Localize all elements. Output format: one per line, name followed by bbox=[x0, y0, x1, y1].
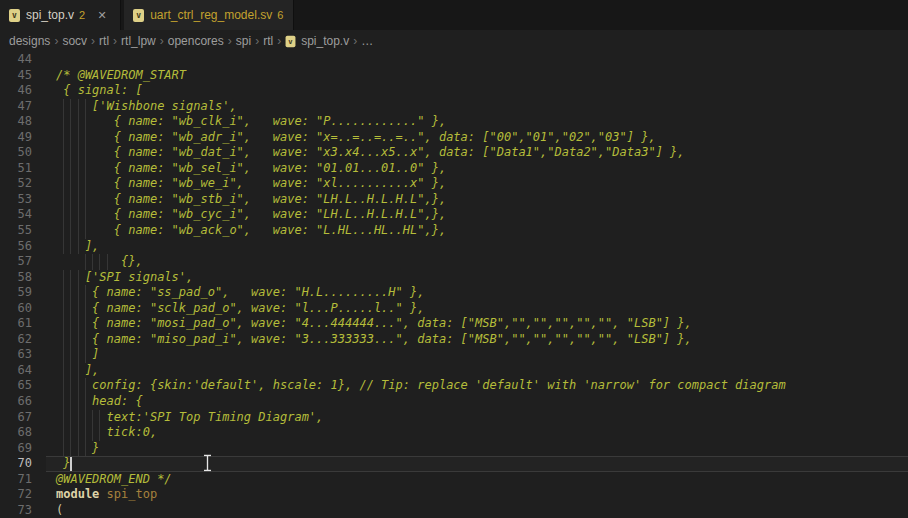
line-content[interactable]: { name: "wb_dat_i", wave: "x3.x4...x5..x… bbox=[46, 145, 908, 161]
line-number: 63 bbox=[0, 347, 46, 363]
indent-guide bbox=[85, 394, 86, 410]
code-line-63[interactable]: 63 ] bbox=[0, 347, 908, 363]
line-content[interactable]: @WAVEDROM_END */ bbox=[46, 472, 908, 488]
code-line-62[interactable]: 62 { name: "miso_pad_i", wave: "3...3333… bbox=[0, 332, 908, 348]
indent-guide bbox=[78, 192, 79, 208]
code-token bbox=[99, 487, 106, 501]
code-line-67[interactable]: 67 text:'SPI Top Timing Diagram', bbox=[0, 410, 908, 426]
close-tab-icon[interactable]: ✕ bbox=[94, 7, 110, 23]
code-line-61[interactable]: 61 { name: "mosi_pad_o", wave: "4...4444… bbox=[0, 316, 908, 332]
tab-uart_ctrl_reg_model.sv[interactable]: vuart_ctrl_reg_model.sv6 bbox=[124, 0, 294, 30]
line-content[interactable] bbox=[46, 52, 908, 68]
line-content[interactable]: { name: "wb_ack_o", wave: "L.HL...HL..HL… bbox=[46, 223, 908, 239]
indent-guide bbox=[70, 99, 71, 115]
line-content[interactable]: } bbox=[46, 456, 908, 472]
code-line-45[interactable]: 45/* @WAVEDROM_START bbox=[0, 68, 908, 84]
breadcrumb-item-rtl[interactable]: rtl bbox=[99, 34, 109, 48]
indent-guide bbox=[85, 99, 86, 115]
code-line-52[interactable]: 52 { name: "wb_we_i", wave: "xl.........… bbox=[0, 176, 908, 192]
code-line-57[interactable]: 57 {}, bbox=[0, 254, 908, 270]
line-content[interactable]: { name: "wb_we_i", wave: "xl..........x"… bbox=[46, 176, 908, 192]
line-number: 64 bbox=[0, 363, 46, 379]
line-content[interactable]: { name: "mosi_pad_o", wave: "4...444444.… bbox=[46, 316, 908, 332]
code-editor[interactable]: 4445/* @WAVEDROM_START46 { signal: [47 [… bbox=[0, 52, 908, 518]
code-line-54[interactable]: 54 { name: "wb_cyc_i", wave: "LH.L..H.L.… bbox=[0, 207, 908, 223]
code-line-56[interactable]: 56 ], bbox=[0, 239, 908, 255]
line-content[interactable]: { signal: [ bbox=[46, 83, 908, 99]
breadcrumb-item-symbols[interactable]: … bbox=[361, 34, 373, 48]
line-content[interactable]: module spi_top bbox=[46, 487, 908, 503]
indent-guide bbox=[99, 410, 100, 426]
code-line-69[interactable]: 69 } bbox=[0, 441, 908, 457]
breadcrumb-item-socv[interactable]: socv bbox=[62, 34, 87, 48]
line-number: 44 bbox=[0, 52, 46, 68]
indent-guide bbox=[85, 145, 86, 161]
breadcrumb-separator: › bbox=[91, 34, 95, 48]
breadcrumb-file-label: spi_top.v bbox=[301, 34, 349, 48]
breadcrumb-item-opencores[interactable]: opencores bbox=[168, 34, 224, 48]
breadcrumb-separator: › bbox=[353, 34, 357, 48]
indent-guide bbox=[85, 161, 86, 177]
text-caret bbox=[70, 457, 72, 471]
code-line-55[interactable]: 55 { name: "wb_ack_o", wave: "L.HL...HL.… bbox=[0, 223, 908, 239]
breadcrumb-item-designs[interactable]: designs bbox=[9, 34, 50, 48]
code-line-68[interactable]: 68 tick:0, bbox=[0, 425, 908, 441]
line-content[interactable]: { name: "wb_adr_i", wave: "x=..=..=..=..… bbox=[46, 130, 908, 146]
line-content[interactable]: { name: "wb_cyc_i", wave: "LH.L..H.L.H.L… bbox=[46, 207, 908, 223]
code-line-65[interactable]: 65 config: {skin:'default', hscale: 1}, … bbox=[0, 378, 908, 394]
line-content[interactable]: ['Wishbone signals', bbox=[46, 99, 908, 115]
breadcrumb-item-spi[interactable]: spi bbox=[236, 34, 251, 48]
code-line-47[interactable]: 47 ['Wishbone signals', bbox=[0, 99, 908, 115]
breadcrumb-item-rtl_lpw[interactable]: rtl_lpw bbox=[121, 34, 156, 48]
code-line-53[interactable]: 53 { name: "wb_stb_i", wave: "LH.L..H.L.… bbox=[0, 192, 908, 208]
code-line-71[interactable]: 71@WAVEDROM_END */ bbox=[0, 472, 908, 488]
code-line-72[interactable]: 72module spi_top bbox=[0, 487, 908, 503]
code-line-59[interactable]: 59 { name: "ss_pad_o", wave: "H.L.......… bbox=[0, 285, 908, 301]
indent-guide bbox=[70, 301, 71, 317]
code-line-66[interactable]: 66 head: { bbox=[0, 394, 908, 410]
code-line-70[interactable]: 70 } bbox=[0, 456, 908, 472]
tab-problems-badge: 6 bbox=[277, 9, 283, 21]
code-line-49[interactable]: 49 { name: "wb_adr_i", wave: "x=..=..=..… bbox=[0, 130, 908, 146]
indent-guide bbox=[63, 363, 64, 379]
line-content[interactable]: /* @WAVEDROM_START bbox=[46, 68, 908, 84]
indent-guide bbox=[85, 441, 86, 457]
code-line-64[interactable]: 64 ], bbox=[0, 363, 908, 379]
line-content[interactable]: tick:0, bbox=[46, 425, 908, 441]
breadcrumb-item-file[interactable]: vspi_top.v bbox=[285, 34, 349, 48]
line-content[interactable]: head: { bbox=[46, 394, 908, 410]
line-content[interactable]: ( bbox=[46, 503, 908, 518]
indent-guide bbox=[70, 176, 71, 192]
line-content[interactable]: ], bbox=[46, 363, 908, 379]
code-line-50[interactable]: 50 { name: "wb_dat_i", wave: "x3.x4...x5… bbox=[0, 145, 908, 161]
line-number: 73 bbox=[0, 503, 46, 518]
line-content[interactable]: { name: "sclk_pad_o", wave: "l...P.....l… bbox=[46, 301, 908, 317]
line-content[interactable]: ['SPI signals', bbox=[46, 270, 908, 286]
line-content[interactable]: {}, bbox=[46, 254, 908, 270]
indent-guide bbox=[63, 207, 64, 223]
indent-guide bbox=[92, 410, 93, 426]
breadcrumb-item-rtl[interactable]: rtl bbox=[263, 34, 273, 48]
line-content[interactable]: } bbox=[46, 441, 908, 457]
tab-spi_top.v[interactable]: vspi_top.v2✕ bbox=[0, 0, 121, 30]
line-content[interactable]: ] bbox=[46, 347, 908, 363]
indent-guide bbox=[85, 410, 86, 426]
line-content[interactable]: { name: "wb_clk_i", wave: "P............… bbox=[46, 114, 908, 130]
code-line-46[interactable]: 46 { signal: [ bbox=[0, 83, 908, 99]
code-token: spi_top bbox=[107, 487, 158, 501]
indent-guide bbox=[78, 363, 79, 379]
code-line-60[interactable]: 60 { name: "sclk_pad_o", wave: "l...P...… bbox=[0, 301, 908, 317]
code-line-48[interactable]: 48 { name: "wb_clk_i", wave: "P.........… bbox=[0, 114, 908, 130]
code-line-58[interactable]: 58 ['SPI signals', bbox=[0, 270, 908, 286]
line-content[interactable]: ], bbox=[46, 239, 908, 255]
indent-guide bbox=[78, 114, 79, 130]
code-line-44[interactable]: 44 bbox=[0, 52, 908, 68]
line-content[interactable]: text:'SPI Top Timing Diagram', bbox=[46, 410, 908, 426]
line-content[interactable]: { name: "wb_stb_i", wave: "LH.L..H.L.H.L… bbox=[46, 192, 908, 208]
code-line-51[interactable]: 51 { name: "wb_sel_i", wave: "01.01...01… bbox=[0, 161, 908, 177]
line-content[interactable]: config: {skin:'default', hscale: 1}, // … bbox=[46, 378, 908, 394]
code-line-73[interactable]: 73( bbox=[0, 503, 908, 518]
line-content[interactable]: { name: "wb_sel_i", wave: "01.01...01..0… bbox=[46, 161, 908, 177]
line-content[interactable]: { name: "miso_pad_i", wave: "3...333333.… bbox=[46, 332, 908, 348]
line-content[interactable]: { name: "ss_pad_o", wave: "H.L.........H… bbox=[46, 285, 908, 301]
